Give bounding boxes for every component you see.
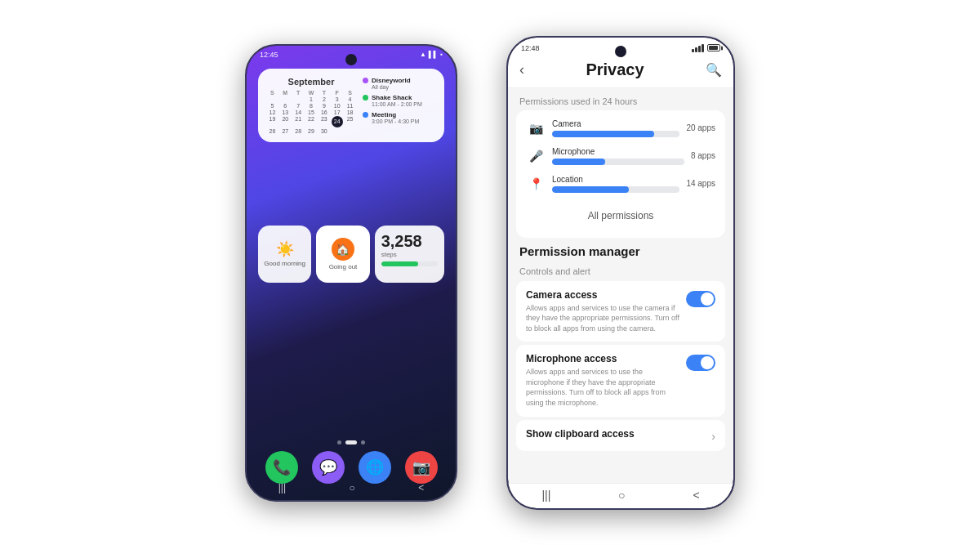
event-shakeshack: Shake Shack 11:00 AM - 2:00 PM <box>363 94 436 107</box>
camera-access-toggle[interactable] <box>686 291 715 307</box>
mic-perm-icon: 🎤 <box>526 146 546 166</box>
location-bar-bg <box>552 186 679 193</box>
mic-access-desc: Allows apps and services to use the micr… <box>526 367 679 408</box>
steps-bar-bg <box>381 261 438 266</box>
widget-good-morning[interactable]: ☀️ Good morning <box>258 226 311 283</box>
steps-count: 3,258 <box>381 232 438 251</box>
phone2-recents-gesture[interactable]: < <box>693 489 699 502</box>
mic-access-title: Microphone access <box>526 353 679 364</box>
clipboard-access-text: Show clipboard access <box>526 428 705 442</box>
permission-manager-title: Permission manager <box>508 238 733 261</box>
camera-perm-count: 20 apps <box>686 123 715 132</box>
microphone-access-item[interactable]: Microphone access Allows apps and servic… <box>516 345 725 416</box>
event-title-disneyworld: Disneyworld <box>372 77 411 84</box>
home-gesture[interactable]: ○ <box>343 480 362 495</box>
going-out-label: Going out <box>329 263 358 270</box>
recents-gesture[interactable]: < <box>412 480 430 495</box>
steps-bar-fill <box>381 261 418 266</box>
mic-bar-bg <box>552 159 684 165</box>
camera-access-text: Camera access Allows apps and services t… <box>526 289 679 334</box>
nav-dot-1 <box>337 440 341 444</box>
event-disneyworld: Disneyworld All day <box>363 77 436 90</box>
camera-access-title: Camera access <box>526 289 679 301</box>
camera-perm-icon: 📷 <box>526 118 546 138</box>
widget-going-out[interactable]: 🏠 Going out <box>316 226 369 283</box>
location-permission-row[interactable]: 📍 Location 14 apps <box>526 174 715 194</box>
mic-perm-bar-area: Microphone <box>552 147 684 165</box>
clipboard-access-title: Show clipboard access <box>526 428 705 440</box>
location-perm-icon: 📍 <box>526 174 546 194</box>
day-header-m: M <box>279 90 292 96</box>
camera-perm-bar-area: Camera <box>552 119 679 137</box>
phone2-navbar: ||| ○ < <box>508 483 733 508</box>
day-header-t: T <box>292 90 305 96</box>
clipboard-chevron: › <box>711 430 715 443</box>
calendar-events: Disneyworld All day Shake Shack 11:00 AM… <box>363 77 436 134</box>
calendar-left: September S M T W T F S 1234 567891011 1… <box>266 77 356 134</box>
nav-dot-active <box>345 440 357 444</box>
signal-bars-icon <box>692 44 704 52</box>
mic-access-text: Microphone access Allows apps and servic… <box>526 353 679 408</box>
event-dot-purple <box>363 78 368 83</box>
event-meeting: Meeting 3:00 PM - 4:30 PM <box>363 111 436 124</box>
privacy-title: Privacy <box>586 60 644 79</box>
privacy-header: ‹ Privacy 🔍 <box>508 56 733 88</box>
camera-bar-bg <box>552 131 679 137</box>
day-header-t2: T <box>318 90 330 96</box>
phone1-navbar: ||| ○ < <box>247 479 456 497</box>
phone2-status-icons <box>692 44 720 52</box>
camera-bar-fill <box>552 131 654 137</box>
event-dot-blue <box>363 112 368 118</box>
phone1: 12:45 ▲ ▌▌ ▪ September S M T W T F S 123… <box>245 44 457 502</box>
event-title-meeting: Meeting <box>372 111 419 118</box>
event-title-shakeshack: Shake Shack <box>372 94 422 101</box>
phone2-home-gesture[interactable]: ○ <box>618 489 625 502</box>
all-permissions-label: All permissions <box>588 210 654 221</box>
wifi-icon: ▲ <box>420 51 426 58</box>
phone2-screen: 12:48 ‹ Privacy 🔍 Permissions used in <box>508 38 733 508</box>
nav-dot-3 <box>361 440 365 444</box>
battery-icon <box>707 44 720 51</box>
camera-perm-name: Camera <box>552 119 679 128</box>
permissions-card: 📷 Camera 20 apps 🎤 Microphone <box>516 110 725 238</box>
phone2-time: 12:48 <box>521 44 540 52</box>
camera-access-item[interactable]: Camera access Allows apps and services t… <box>516 281 725 342</box>
back-gesture[interactable]: ||| <box>272 480 292 495</box>
camera-permission-row[interactable]: 📷 Camera 20 apps <box>526 118 715 138</box>
event-time-shakeshack: 11:00 AM - 2:00 PM <box>372 101 422 107</box>
camera-access-desc: Allows apps and services to use the came… <box>526 303 679 334</box>
battery-icon: ▪ <box>440 51 443 58</box>
event-time-disneyworld: All day <box>372 84 411 90</box>
location-bar-fill <box>552 186 629 193</box>
clipboard-access-item[interactable]: Show clipboard access › <box>516 420 725 451</box>
phone1-notch <box>345 54 357 65</box>
calendar-grid: S M T W T F S 1234 567891011 12131415161… <box>266 90 356 134</box>
day-header-s: S <box>266 90 278 96</box>
mic-perm-name: Microphone <box>552 147 684 156</box>
search-button[interactable]: 🔍 <box>706 62 722 78</box>
widget-steps[interactable]: 3,258 steps <box>375 226 444 283</box>
mic-bar-fill <box>552 159 605 165</box>
mic-access-toggle[interactable] <box>686 355 715 371</box>
day-header-s2: S <box>344 90 356 96</box>
nav-dots <box>337 440 365 444</box>
calendar-month: September <box>266 77 356 87</box>
location-perm-count: 14 apps <box>686 179 715 188</box>
steps-label: steps <box>381 251 438 258</box>
signal-icon: ▌▌ <box>429 51 438 58</box>
phone2-back-gesture[interactable]: ||| <box>541 489 550 502</box>
all-permissions-button[interactable]: All permissions <box>526 202 715 230</box>
today-date: 24 <box>332 116 343 127</box>
privacy-content: Permissions used in 24 hours 📷 Camera 20… <box>508 88 733 494</box>
event-dot-green <box>363 95 368 101</box>
phone2-notch <box>615 46 626 57</box>
mic-perm-count: 8 apps <box>691 151 715 160</box>
event-time-meeting: 3:00 PM - 4:30 PM <box>372 118 419 124</box>
calendar-widget[interactable]: September S M T W T F S 1234 567891011 1… <box>258 69 444 142</box>
phone1-time: 12:45 <box>260 51 278 59</box>
greeting-label: Good morning <box>264 260 305 267</box>
microphone-permission-row[interactable]: 🎤 Microphone 8 apps <box>526 146 715 166</box>
phone2: 12:48 ‹ Privacy 🔍 Permissions used in <box>506 36 735 510</box>
widgets-row: ☀️ Good morning 🏠 Going out 3,258 steps <box>258 226 444 283</box>
back-button[interactable]: ‹ <box>519 61 524 78</box>
